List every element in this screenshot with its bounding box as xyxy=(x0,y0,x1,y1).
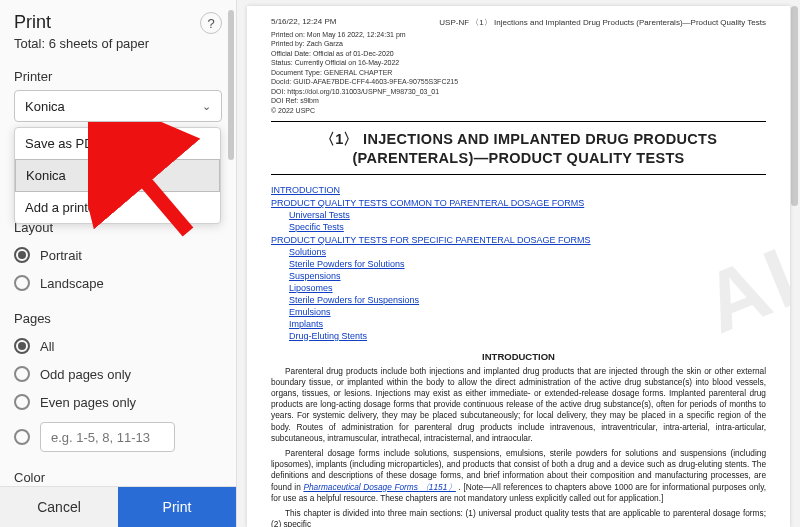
toc-link[interactable]: INTRODUCTION xyxy=(271,185,340,195)
doc-title-line2: (PARENTERALS)—PRODUCT QUALITY TESTS xyxy=(271,149,766,168)
toc-link[interactable]: Suspensions xyxy=(289,271,341,281)
printer-select[interactable]: Konica ⌄ xyxy=(14,90,222,122)
printer-option-add-printer[interactable]: Add a printer xyxy=(15,192,220,223)
preview-meta-line: Status: Currently Official on 16-May-202… xyxy=(271,58,766,67)
toc-link[interactable]: Emulsions xyxy=(289,307,331,317)
toc-link[interactable]: Solutions xyxy=(289,247,326,257)
right-scrollbar[interactable] xyxy=(791,6,798,206)
help-icon[interactable]: ? xyxy=(200,12,222,34)
toc-link[interactable]: Implants xyxy=(289,319,323,329)
left-scrollbar[interactable] xyxy=(228,10,234,160)
radio-icon xyxy=(14,275,30,291)
preview-meta-line: © 2022 USPC xyxy=(271,106,766,115)
dialog-button-bar: Cancel Print xyxy=(0,486,236,527)
cancel-button[interactable]: Cancel xyxy=(0,487,118,527)
preview-meta-line: DocId: GUID-AFAE7BDE-CFF4-4603-9FEA-9075… xyxy=(271,77,766,86)
toc-link[interactable]: Liposomes xyxy=(289,283,333,293)
color-label: Color xyxy=(14,470,222,485)
radio-icon xyxy=(14,429,30,445)
preview-docline: USP-NF 〈1〉 Injections and Implanted Drug… xyxy=(439,17,766,28)
preview-page: AL 5/16/22, 12:24 PM USP-NF 〈1〉 Injectio… xyxy=(247,6,790,527)
preview-meta-line: Document Type: GENERAL CHAPTER xyxy=(271,68,766,77)
radio-icon xyxy=(14,338,30,354)
pages-group: All Odd pages only Even pages only xyxy=(14,332,222,458)
print-dialog-scroll: Print ? Total: 6 sheets of paper Printer… xyxy=(0,0,236,486)
radio-icon xyxy=(14,394,30,410)
pages-option-label: Even pages only xyxy=(40,395,136,410)
layout-group: Portrait Landscape xyxy=(14,241,222,297)
layout-option-label: Portrait xyxy=(40,248,82,263)
radio-icon xyxy=(14,366,30,382)
doc-title-line1: 〈1〉 INJECTIONS AND IMPLANTED DRUG PRODUC… xyxy=(271,130,766,149)
printer-option-konica[interactable]: Konica xyxy=(15,159,220,192)
preview-header-row: 5/16/22, 12:24 PM USP-NF 〈1〉 Injections … xyxy=(271,17,766,28)
intro-heading: INTRODUCTION xyxy=(271,351,766,362)
printer-selected-value: Konica xyxy=(25,99,65,114)
printer-dropdown: Save as PDF Konica Add a printer xyxy=(14,127,221,224)
printer-option-save-as-pdf[interactable]: Save as PDF xyxy=(15,128,220,159)
printer-label: Printer xyxy=(14,69,222,84)
preview-meta-block: Printed on: Mon May 16 2022, 12:24:31 pm… xyxy=(271,30,766,115)
pages-custom-input[interactable] xyxy=(40,422,175,452)
toc-link[interactable]: Universal Tests xyxy=(289,210,350,220)
print-button[interactable]: Print xyxy=(118,487,236,527)
chevron-down-icon: ⌄ xyxy=(202,100,211,113)
table-of-contents: INTRODUCTIONPRODUCT QUALITY TESTS COMMON… xyxy=(271,185,766,341)
preview-meta-line: Printed on: Mon May 16 2022, 12:24:31 pm xyxy=(271,30,766,39)
toc-link[interactable]: Sterile Powders for Suspensions xyxy=(289,295,419,305)
toc-link[interactable]: PRODUCT QUALITY TESTS COMMON TO PARENTER… xyxy=(271,198,584,208)
body-paragraph-1: Parenteral drug products include both in… xyxy=(271,366,766,444)
print-title: Print xyxy=(14,12,51,33)
print-subtitle: Total: 6 sheets of paper xyxy=(14,36,222,51)
toc-link[interactable]: PRODUCT QUALITY TESTS FOR SPECIFIC PAREN… xyxy=(271,235,591,245)
layout-option-landscape[interactable]: Landscape xyxy=(14,269,222,297)
pages-label: Pages xyxy=(14,311,222,326)
pages-option-label: Odd pages only xyxy=(40,367,131,382)
preview-datetime: 5/16/22, 12:24 PM xyxy=(271,17,336,28)
pages-option-label: All xyxy=(40,339,54,354)
toc-link[interactable]: Drug-Eluting Stents xyxy=(289,331,367,341)
layout-option-label: Landscape xyxy=(40,276,104,291)
pages-option-odd[interactable]: Odd pages only xyxy=(14,360,222,388)
body-paragraph-3: This chapter is divided into three main … xyxy=(271,508,766,527)
toc-link[interactable]: Sterile Powders for Solutions xyxy=(289,259,405,269)
preview-meta-line: DOI Ref: s9lbm xyxy=(271,96,766,105)
layout-option-portrait[interactable]: Portrait xyxy=(14,241,222,269)
preview-meta-line: Official Date: Official as of 01-Dec-202… xyxy=(271,49,766,58)
preview-meta-line: DOI: https://doi.org/10.31003/USPNF_M987… xyxy=(271,87,766,96)
radio-icon xyxy=(14,247,30,263)
print-dialog-panel: Print ? Total: 6 sheets of paper Printer… xyxy=(0,0,237,527)
toc-link[interactable]: Specific Tests xyxy=(289,222,344,232)
pages-option-custom[interactable] xyxy=(14,416,222,458)
preview-meta-line: Printed by: Zach Garza xyxy=(271,39,766,48)
body-paragraph-2: Parenteral dosage forms include solution… xyxy=(271,448,766,504)
pages-option-even[interactable]: Even pages only xyxy=(14,388,222,416)
dosage-forms-link[interactable]: Pharmaceutical Dosage Forms 〈1151〉 xyxy=(303,482,455,492)
print-header: Print ? xyxy=(14,12,222,34)
divider-top xyxy=(271,121,766,122)
divider-bottom xyxy=(271,174,766,175)
pages-option-all[interactable]: All xyxy=(14,332,222,360)
preview-panel: AL 5/16/22, 12:24 PM USP-NF 〈1〉 Injectio… xyxy=(237,0,800,527)
